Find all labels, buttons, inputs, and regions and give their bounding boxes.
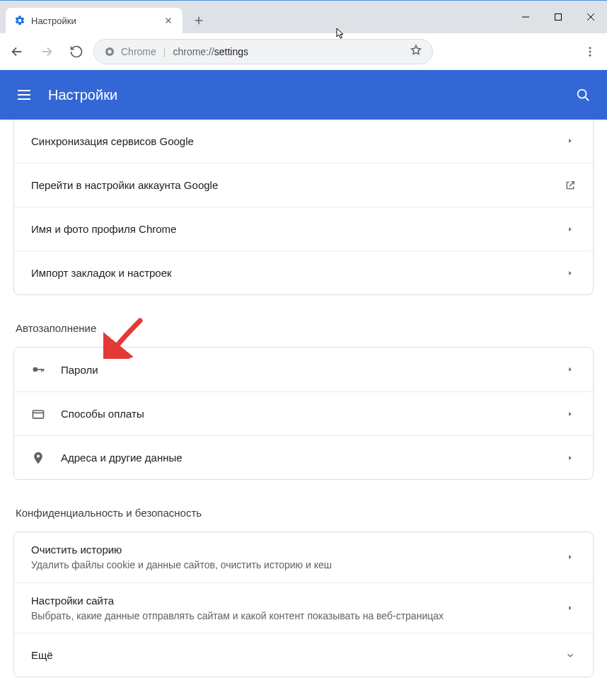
new-tab-button[interactable] (187, 8, 211, 33)
row-profile-name[interactable]: Имя и фото профиля Chrome (14, 207, 593, 251)
chevron-right-icon (565, 270, 576, 277)
chevron-right-icon (565, 226, 576, 233)
row-title: Пароли (61, 362, 549, 377)
browser-toolbar: Chrome | chrome://settings (0, 33, 607, 70)
window-controls (509, 1, 607, 33)
menu-button[interactable] (577, 39, 603, 64)
bookmark-star-icon[interactable] (410, 44, 422, 59)
row-passwords[interactable]: Пароли (14, 348, 593, 391)
url-text: chrome://settings (173, 46, 248, 57)
row-google-account[interactable]: Перейти в настройки аккаунта Google (14, 163, 593, 207)
chevron-down-icon (565, 650, 576, 660)
browser-tab[interactable]: Настройки (6, 8, 183, 33)
row-addresses[interactable]: Адреса и другие данные (14, 435, 593, 479)
privacy-card: Очистить историю Удалить файлы cookie и … (13, 532, 594, 677)
row-sync-services[interactable]: Синхронизация сервисов Google (14, 120, 593, 163)
row-clear-history[interactable]: Очистить историю Удалить файлы cookie и … (14, 532, 593, 583)
row-title: Импорт закладок и настроек (31, 265, 549, 280)
row-more[interactable]: Ещё (14, 633, 593, 677)
chevron-right-icon (565, 137, 576, 144)
svg-point-4 (589, 50, 591, 52)
back-button[interactable] (4, 39, 30, 64)
row-title: Ещё (31, 648, 549, 662)
row-subtitle: Удалить файлы cookie и данные сайтов, оч… (31, 558, 549, 573)
svg-point-2 (108, 50, 111, 53)
svg-point-6 (578, 90, 586, 98)
key-icon (31, 362, 45, 377)
hamburger-icon[interactable] (16, 86, 33, 103)
svg-rect-8 (37, 369, 43, 370)
row-import-bookmarks[interactable]: Импорт закладок и настроек (14, 251, 593, 294)
close-tab-icon[interactable] (163, 15, 174, 26)
maximize-button[interactable] (542, 1, 574, 33)
chevron-right-icon (565, 411, 576, 418)
sync-card: Синхронизация сервисов Google Перейти в … (13, 120, 594, 295)
content: Синхронизация сервисов Google Перейти в … (0, 120, 607, 700)
chevron-right-icon (565, 604, 576, 612)
credit-card-icon (31, 407, 45, 421)
section-heading-privacy: Конфиденциальность и безопасность (16, 507, 596, 519)
chevron-right-icon (565, 553, 576, 561)
svg-rect-9 (41, 369, 42, 372)
separator: | (163, 46, 166, 57)
row-site-settings[interactable]: Настройки сайта Выбрать, какие данные от… (14, 583, 593, 633)
svg-point-5 (589, 54, 591, 56)
tab-title: Настройки (31, 16, 157, 26)
minimize-button[interactable] (509, 1, 542, 33)
svg-rect-0 (555, 14, 562, 21)
row-title: Синхронизация сервисов Google (31, 134, 549, 149)
chevron-right-icon (565, 454, 576, 461)
gear-icon (14, 15, 25, 26)
reload-button[interactable] (64, 39, 89, 64)
location-icon (31, 451, 45, 465)
forward-button[interactable] (34, 39, 59, 64)
svg-point-7 (33, 367, 38, 372)
external-link-icon (565, 179, 576, 192)
page-title: Настройки (48, 87, 117, 103)
tab-strip: Настройки (0, 1, 607, 33)
address-bar[interactable]: Chrome | chrome://settings (93, 39, 433, 64)
content-scroll[interactable]: Синхронизация сервисов Google Перейти в … (0, 120, 607, 700)
close-window-button[interactable] (574, 1, 607, 33)
row-title: Имя и фото профиля Chrome (31, 222, 549, 236)
svg-rect-11 (33, 411, 44, 418)
row-title: Способы оплаты (61, 406, 549, 421)
settings-header: Настройки (0, 70, 607, 120)
svg-point-3 (589, 47, 591, 49)
origin-label: Chrome (121, 46, 156, 57)
row-subtitle: Выбрать, какие данные отправлять сайтам … (31, 609, 549, 624)
section-heading-autofill: Автозаполнение (16, 322, 596, 334)
chevron-right-icon (565, 366, 576, 373)
search-icon[interactable] (574, 86, 591, 103)
site-chip: Chrome (104, 46, 156, 57)
row-title: Перейти в настройки аккаунта Google (31, 178, 549, 193)
row-title: Адреса и другие данные (61, 450, 549, 465)
svg-rect-10 (43, 369, 45, 371)
row-payment-methods[interactable]: Способы оплаты (14, 391, 593, 435)
row-title: Очистить историю (31, 542, 549, 557)
row-title: Настройки сайта (31, 593, 549, 608)
autofill-card: Пароли Способы оплаты Адреса и другие да… (13, 347, 594, 480)
